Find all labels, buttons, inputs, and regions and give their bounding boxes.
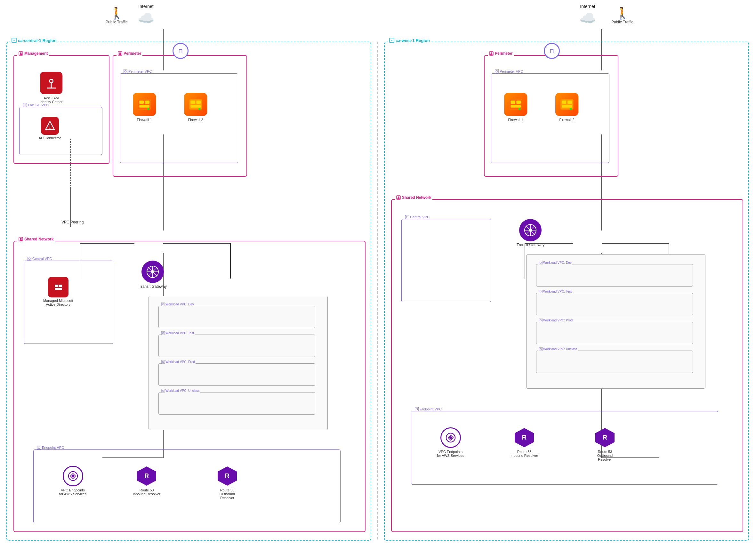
- right-workload-dev-label: Workload VPC: Dev: [538, 261, 572, 264]
- left-r53-inbound-label: Route 53Inbound Resolver: [133, 488, 160, 496]
- account-icon-perim-right: [489, 51, 494, 56]
- right-traffic-group: 🚶 Public Traffic: [611, 6, 633, 24]
- right-endpoint-vpc: Endpoint VPC VPC Endpointsfor AWS Servic…: [411, 411, 718, 485]
- svg-point-24: [20, 53, 22, 54]
- left-traffic-label: Public Traffic: [106, 20, 127, 24]
- left-region-label: ≡ ca-central-1 Region: [10, 38, 58, 43]
- svg-rect-85: [511, 101, 515, 104]
- left-central-vpc-label: Central VPC: [27, 257, 53, 261]
- svg-rect-110: [539, 347, 543, 351]
- diagram-container: Internet ☁️ 🚶 Public Traffic Internet ☁️…: [0, 0, 756, 550]
- right-r53-inbound-icon: R: [514, 427, 535, 448]
- right-shared-network: Shared Network Transit Gateway: [391, 199, 743, 532]
- left-firewall1-label: Firewall 1: [137, 118, 152, 122]
- right-vpc-endpoints: VPC Endpointsfor AWS Services: [437, 427, 464, 457]
- left-person-icon: 🚶: [109, 6, 124, 20]
- right-r53-outbound-label: Route 53Outbound Resolver: [591, 450, 619, 461]
- left-endpoint-vpc-label: Endpoint VPC: [36, 446, 65, 449]
- svg-rect-44: [190, 101, 195, 104]
- left-workload-test-label: Workload VPC: Test: [161, 331, 195, 335]
- left-transit-gw-label: Transit Gateway: [139, 284, 167, 289]
- svg-point-113: [416, 408, 418, 410]
- left-traffic-group: 🚶 Public Traffic: [106, 6, 127, 24]
- svg-rect-58: [53, 283, 63, 291]
- left-firewall1: Firewall 1: [133, 93, 156, 122]
- svg-point-93: [570, 108, 572, 110]
- svg-text:R: R: [225, 472, 230, 479]
- svg-point-95: [398, 197, 399, 198]
- right-region-box: ≡ ca-west-1 Region Perimeter ⊓ Perimeter…: [384, 42, 749, 541]
- svg-point-107: [540, 291, 542, 292]
- right-workload-prod-label: Workload VPC: Prod: [538, 319, 573, 322]
- svg-rect-108: [539, 319, 543, 322]
- left-firewall1-icon: [133, 93, 156, 116]
- forsso-vpc-label: ForSSO VPC: [22, 103, 50, 107]
- left-firewall2: Firewall 2: [184, 93, 207, 122]
- ad-connector-icon: [41, 117, 59, 135]
- svg-point-30: [24, 104, 26, 106]
- left-internet-group: Internet ☁️: [138, 4, 154, 26]
- svg-point-37: [125, 70, 126, 72]
- left-workload-test: Workload VPC: Test: [158, 335, 315, 357]
- region-icon-left: ≡: [12, 38, 17, 43]
- right-workload-unclass-label: Workload VPC: Unclass: [538, 347, 578, 351]
- svg-point-69: [162, 390, 164, 392]
- forsso-vpc: ForSSO VPC AD Connector: [19, 107, 102, 155]
- svg-point-111: [540, 348, 542, 350]
- left-vpc-endpoints: VPC Endpointsfor AWS Services: [59, 466, 86, 496]
- right-transit-gw-icon: [519, 219, 542, 241]
- left-perimeter-vpc-label: Perimeter VPC: [123, 69, 153, 73]
- svg-rect-36: [124, 69, 127, 73]
- right-firewall1-icon: [504, 93, 527, 116]
- svg-rect-104: [539, 261, 543, 264]
- left-endpoint-vpc: Endpoint VPC VPC Endpointsfor AWS Servic…: [33, 449, 341, 523]
- left-vpc-endpoints-icon: [63, 466, 83, 486]
- left-nat-gw: ⊓: [173, 43, 189, 59]
- right-central-vpc-label: Central VPC: [404, 215, 430, 219]
- right-internet-label: Internet: [580, 4, 595, 9]
- svg-rect-29: [23, 103, 27, 107]
- account-icon-mgmt: [19, 51, 23, 56]
- svg-point-26: [50, 80, 52, 82]
- right-firewall2-label: Firewall 2: [559, 118, 574, 122]
- svg-rect-68: [161, 389, 165, 392]
- left-region-box: ≡ ca-central-1 Region Management AWS IAM…: [6, 42, 371, 541]
- ad-connector-service: AD Connector: [39, 117, 61, 140]
- aws-iam-service: AWS IAMIdentity Cetner: [40, 72, 63, 104]
- svg-rect-102: [405, 215, 409, 219]
- svg-point-105: [540, 262, 542, 263]
- left-internet-icon: ☁️: [138, 10, 154, 26]
- left-workload-prod-label: Workload VPC: Prod: [161, 360, 196, 364]
- svg-rect-86: [516, 101, 521, 104]
- right-perimeter-vpc-label: Perimeter VPC: [494, 69, 524, 73]
- svg-rect-61: [55, 288, 62, 290]
- left-perimeter-account: Perimeter ⊓ Perimeter VPC: [113, 55, 247, 177]
- right-firewall1-label: Firewall 1: [508, 118, 523, 122]
- left-r53-inbound-icon: R: [136, 466, 157, 486]
- svg-text:R: R: [603, 434, 607, 441]
- svg-point-65: [162, 332, 164, 334]
- right-workload-test-label: Workload VPC: Test: [538, 290, 572, 293]
- svg-point-49: [20, 238, 22, 240]
- left-r53-inbound: R Route 53Inbound Resolver: [133, 466, 160, 496]
- svg-point-47: [198, 108, 200, 110]
- left-perimeter-vpc: Perimeter VPC Firewall 1: [120, 73, 238, 163]
- svg-text:≡: ≡: [13, 39, 15, 42]
- right-r53-outbound: R Route 53Outbound Resolver: [591, 427, 619, 461]
- vpc-peering-label: VPC Peering: [61, 220, 84, 224]
- svg-rect-70: [37, 446, 41, 449]
- account-icon-shared-right: [396, 195, 401, 200]
- svg-point-71: [38, 447, 40, 449]
- right-firewall2: Firewall 2: [555, 93, 578, 122]
- right-r53-inbound: R Route 53Inbound Resolver: [511, 427, 538, 457]
- svg-point-67: [162, 361, 164, 363]
- svg-point-109: [540, 319, 542, 321]
- svg-point-63: [162, 303, 164, 305]
- svg-point-35: [119, 53, 121, 54]
- svg-rect-90: [562, 101, 566, 104]
- right-nat-gw: ⊓: [544, 43, 560, 59]
- right-shared-label: Shared Network: [395, 195, 432, 200]
- svg-point-88: [519, 108, 520, 110]
- svg-point-33: [49, 128, 50, 129]
- svg-rect-59: [55, 285, 58, 287]
